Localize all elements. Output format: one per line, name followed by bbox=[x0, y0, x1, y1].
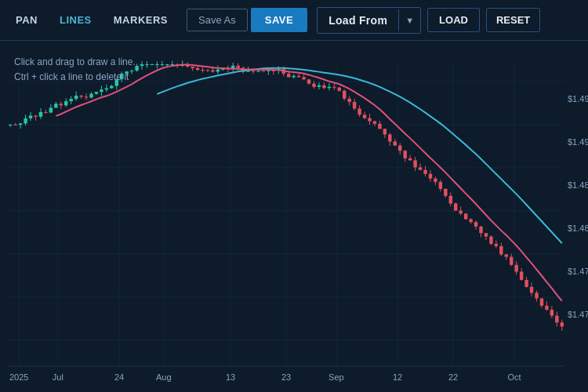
reset-button[interactable]: RESET bbox=[486, 8, 540, 32]
chevron-down-icon[interactable]: ▼ bbox=[398, 9, 420, 31]
lines-button[interactable]: LINES bbox=[50, 9, 101, 31]
load-from-label: Load From bbox=[318, 8, 398, 33]
chart-area[interactable]: Click and drag to draw a line. Ctrl + cl… bbox=[0, 41, 588, 392]
pan-button[interactable]: PAN bbox=[6, 9, 47, 31]
markers-button[interactable]: MARKERS bbox=[104, 9, 177, 31]
toolbar: PAN LINES MARKERS Save As SAVE Load From… bbox=[0, 0, 588, 41]
save-button[interactable]: SAVE bbox=[251, 8, 307, 32]
load-from-dropdown: Load From ▼ bbox=[317, 7, 421, 34]
save-as-button[interactable]: Save As bbox=[187, 9, 248, 31]
load-button[interactable]: LOAD bbox=[427, 8, 480, 32]
chart-canvas[interactable] bbox=[0, 41, 588, 392]
